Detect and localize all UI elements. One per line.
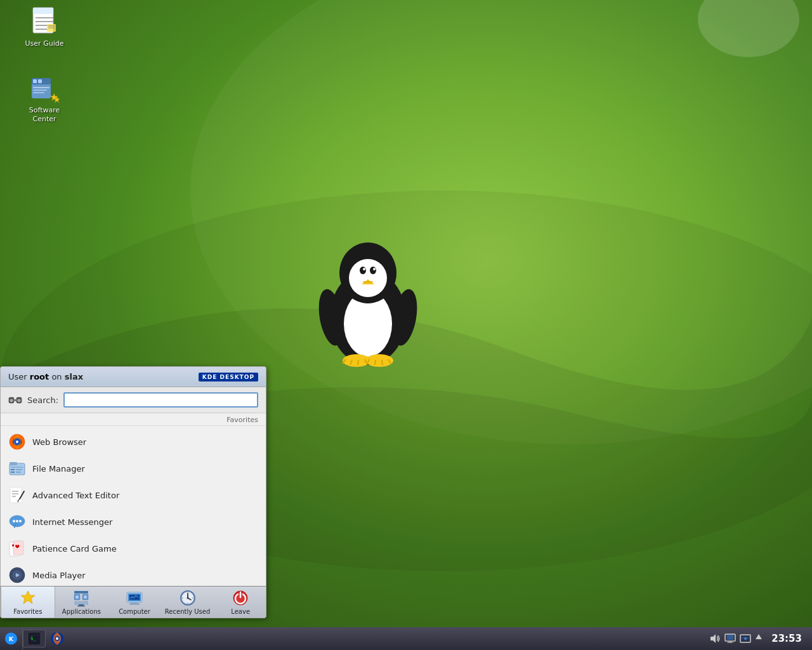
menu-item-media-player-label: Media Player <box>32 571 86 580</box>
svg-marker-88 <box>21 591 35 604</box>
display-icon[interactable] <box>724 633 736 644</box>
arrow-up-icon <box>755 633 763 644</box>
applications-tab-icon <box>72 589 90 607</box>
svg-rect-100 <box>129 604 140 605</box>
svg-point-71 <box>16 520 18 522</box>
leave-tab-icon <box>232 589 249 607</box>
binoculars-icon <box>8 393 22 407</box>
user-guide-icon <box>29 6 60 37</box>
menu-item-web-browser-label: Web Browser <box>32 437 86 447</box>
svg-point-30 <box>373 268 376 270</box>
svg-point-106 <box>187 597 188 599</box>
tux-penguin <box>311 235 450 375</box>
internet-messenger-icon <box>8 513 26 531</box>
media-player-icon <box>8 566 26 584</box>
svg-rect-47 <box>13 399 17 401</box>
desktop-icon-user-guide-label: User Guide <box>25 39 64 48</box>
user-info: User root on slax <box>8 372 83 381</box>
svg-rect-16 <box>33 87 49 88</box>
svg-point-92 <box>75 595 79 599</box>
network-icon[interactable] <box>740 633 751 644</box>
clock-display: 23:53 <box>766 633 807 644</box>
svg-rect-61 <box>10 488 22 503</box>
tab-leave[interactable]: Leave <box>214 587 266 618</box>
svg-text:$_: $_ <box>30 636 36 641</box>
svg-rect-59 <box>11 472 15 473</box>
menu-item-patience-card-game-label: Patience Card Game <box>32 544 117 554</box>
svg-rect-56 <box>11 467 23 468</box>
menu-item-advanced-text-editor-label: Advanced Text Editor <box>32 491 119 500</box>
svg-point-0 <box>190 0 812 444</box>
svg-point-2 <box>698 0 799 57</box>
kde-badge: KDE DESKTOP <box>199 373 258 381</box>
desktop-icon-user-guide[interactable]: User Guide <box>19 6 70 48</box>
svg-rect-58 <box>16 469 22 470</box>
desktop-icon-software-center-label: Software Center <box>19 106 70 124</box>
svg-rect-99 <box>131 602 138 604</box>
svg-rect-74 <box>13 541 23 555</box>
tab-favorites[interactable]: Favorites <box>1 587 55 618</box>
svg-rect-126 <box>727 635 733 640</box>
svg-point-26 <box>360 267 366 274</box>
username-label: root <box>30 372 49 381</box>
svg-point-93 <box>84 595 87 599</box>
tab-applications-label: Applications <box>62 608 101 615</box>
computer-tab-icon <box>126 589 143 607</box>
svg-rect-4 <box>33 8 53 14</box>
tab-applications[interactable]: Applications <box>55 587 108 618</box>
menu-item-advanced-text-editor[interactable]: Advanced Text Editor <box>1 482 266 508</box>
tab-computer[interactable]: Computer <box>108 587 161 618</box>
taskbar: K $_ <box>0 627 812 650</box>
svg-line-42 <box>375 360 376 365</box>
terminal-icon: $_ <box>27 632 41 646</box>
patience-card-game-icon <box>8 540 26 557</box>
tab-recently-used[interactable]: Recently Used <box>161 587 214 618</box>
hostname-label: slax <box>65 372 83 381</box>
menu-item-file-manager[interactable]: File Manager <box>1 455 266 482</box>
svg-point-49 <box>17 399 21 402</box>
taskbar-firefox-button[interactable] <box>46 630 69 647</box>
svg-point-70 <box>13 520 15 522</box>
tab-favorites-label: Favorites <box>13 608 42 615</box>
favorites-tab-icon <box>19 589 37 607</box>
taskbar-terminal-button[interactable]: $_ <box>23 630 46 647</box>
advanced-text-editor-icon <box>8 486 26 504</box>
desktop: User Guide Software Center <box>0 0 812 650</box>
volume-icon[interactable] <box>709 633 721 644</box>
menu-item-web-browser[interactable]: Web Browser <box>1 428 266 455</box>
software-center-icon <box>29 73 60 103</box>
svg-rect-127 <box>728 641 732 642</box>
desktop-icon-software-center[interactable]: Software Center <box>19 73 70 124</box>
start-menu: User root on slax KDE DESKTOP Search: Fa… <box>0 366 266 618</box>
svg-point-53 <box>16 441 18 443</box>
menu-item-patience-card-game[interactable]: Patience Card Game <box>1 535 266 562</box>
firefox-icon <box>49 631 65 646</box>
file-manager-icon <box>8 460 26 477</box>
svg-rect-57 <box>11 469 15 470</box>
system-tray: 23:53 <box>704 633 812 644</box>
menu-item-media-player[interactable]: Media Player <box>1 562 266 588</box>
search-input[interactable] <box>63 392 258 408</box>
search-row: Search: <box>1 387 266 413</box>
svg-point-48 <box>10 399 13 402</box>
recently-used-tab-icon <box>179 589 197 607</box>
kde-logo-icon: K <box>4 631 18 646</box>
tab-leave-label: Leave <box>231 608 250 615</box>
tab-computer-label: Computer <box>119 608 150 615</box>
svg-rect-17 <box>33 90 47 91</box>
menu-item-internet-messenger[interactable]: Internet Messenger <box>1 508 266 535</box>
kde-start-button[interactable]: K <box>0 627 23 650</box>
svg-rect-95 <box>79 604 84 606</box>
tab-recently-used-label: Recently Used <box>165 608 210 615</box>
svg-marker-124 <box>710 634 716 643</box>
svg-line-43 <box>382 360 383 365</box>
menu-item-file-manager-label: File Manager <box>32 464 85 474</box>
favorites-section-label: Favorites <box>1 413 266 426</box>
svg-point-29 <box>370 267 376 274</box>
svg-rect-96 <box>77 606 85 607</box>
svg-rect-15 <box>38 79 42 83</box>
svg-point-27 <box>363 268 365 270</box>
svg-rect-91 <box>74 591 88 594</box>
svg-point-123 <box>56 637 58 640</box>
svg-rect-14 <box>33 79 37 83</box>
